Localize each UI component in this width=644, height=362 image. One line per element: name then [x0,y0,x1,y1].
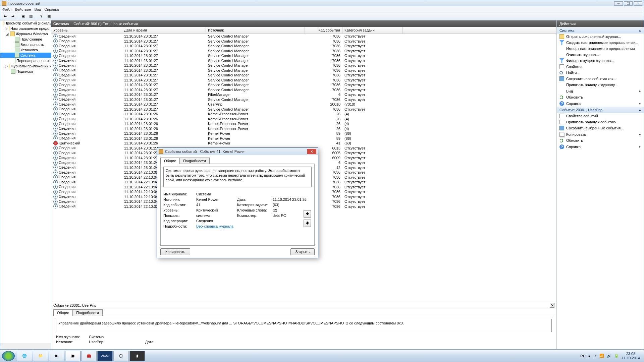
table-row[interactable]: Сведения11.10.2014 23:01:27Service Contr… [51,44,556,49]
grid-header[interactable]: Уровень Дата и время Источник Код событи… [51,27,556,34]
table-row[interactable]: Сведения11.10.2014 23:01:27Service Contr… [51,68,556,73]
back-button[interactable]: ⬅ [2,13,8,20]
taskbar-asus[interactable]: ASUS [97,351,113,361]
table-row[interactable]: Сведения11.10.2014 23:01:27Service Contr… [51,107,556,112]
action-properties[interactable]: Свойства [557,64,644,70]
tray-volume-icon[interactable]: 🔊 [607,354,611,358]
table-row[interactable]: Сведения11.10.2014 23:01:26Kernel-Proces… [51,112,556,117]
dialog-close-action-button[interactable]: Закрыть [290,248,315,255]
dialog-copy-button[interactable]: Копировать [160,248,190,255]
tree-windows-logs[interactable]: Журналы Windows [16,32,48,36]
actions-section-system[interactable]: Система▴ [557,27,644,34]
dialog-close-button[interactable]: ✕ [307,149,316,154]
actions-section-event[interactable]: Событие 20001, UserPnp▴ [557,107,644,113]
taskbar-explorer[interactable]: 📁 [33,351,48,361]
menu-view[interactable]: Вид [34,7,41,11]
dialog-next-button[interactable]: 🡻 [304,220,311,227]
table-row[interactable]: Сведения11.10.2014 23:01:27Service Contr… [51,73,556,78]
dialog-tab-details[interactable]: Подробности [179,158,210,164]
action-clear-log[interactable]: Очистить журнал... [557,52,644,58]
table-row[interactable]: Сведения11.10.2014 23:01:26Kernel-Proces… [51,126,556,131]
table-row[interactable]: Сведения11.10.2014 23:01:27Service Contr… [51,87,556,93]
help-button[interactable]: ? [38,13,45,20]
table-row[interactable]: Сведения11.10.2014 23:01:27Service Contr… [51,97,556,102]
dialog-message: Система перезагрузилась, не завершив пол… [163,167,312,187]
table-row[interactable]: Сведения11.10.2014 23:01:27Service Contr… [51,39,556,44]
show-hide-actions-button[interactable]: ▥ [28,13,34,20]
tray-flag-icon[interactable]: 🏳 [593,354,597,358]
table-row[interactable]: Сведения11.10.2014 23:01:27Service Contr… [51,34,556,39]
tray-clock[interactable]: 23:0811.10.2014 [622,352,640,360]
action-refresh[interactable]: Обновить [557,94,644,100]
dialog-tab-general[interactable]: Общие [160,158,180,164]
taskbar-chrome[interactable]: ◯ [113,351,129,361]
action-save-selected[interactable]: Сохранить выбранные события... [557,125,644,131]
tree-setup[interactable]: Установка [20,48,38,52]
action-save-all[interactable]: Сохранить все события как... [557,76,644,82]
tree-forwarded[interactable]: Перенаправленные соб [16,59,51,63]
table-row[interactable]: Сведения11.10.2014 23:01:26Kernel-Power8… [51,136,556,141]
action-create-custom-view[interactable]: Создать настраиваемое представление... [557,40,644,46]
taskbar[interactable]: 🌐 📁 ▶ ▣ 🧰 ASUS ◯ ▮ RU ▴ 🏳 📶 🔊 🔋 23:0811.… [0,349,644,362]
table-row[interactable]: Сведения11.10.2014 23:01:27Service Contr… [51,78,556,83]
close-button[interactable]: ✕ [634,1,642,6]
taskbar-wmp[interactable]: ▶ [49,351,64,361]
tray-battery-icon[interactable]: 🔋 [614,354,619,358]
dialog-titlebar[interactable]: Свойства событий - Событие 41, Kernel-Po… [157,148,318,155]
action-copy[interactable]: Копировать▸ [557,131,644,137]
properties-button[interactable]: ▦ [46,13,52,20]
start-button[interactable] [2,351,15,361]
menu-file[interactable]: Файл [2,7,11,11]
action-help2[interactable]: ?Справка▸ [557,143,644,150]
tray-language[interactable]: RU [580,354,586,358]
action-import-custom-view[interactable]: Импорт настраиваемого представления [557,46,644,52]
action-view[interactable]: Вид▸ [557,88,644,94]
detail-tab-general[interactable]: Общие [53,309,73,316]
table-row[interactable]: Сведения11.10.2014 23:01:26Kernel-Power8… [51,131,556,136]
detail-close-button[interactable]: ✕ [550,303,554,308]
forward-button[interactable]: ➡ [9,13,16,20]
table-row[interactable]: Сведения11.10.2014 23:01:27Service Contr… [51,53,556,58]
menu-action[interactable]: Действие [15,7,31,11]
show-hide-console-button[interactable]: ▣ [20,13,26,20]
tree-system[interactable]: Система [20,53,35,57]
tree-root[interactable]: Просмотр событий (Локальн [4,21,51,25]
table-row[interactable]: Сведения11.10.2014 23:01:27UserPnp20010(… [51,102,556,107]
table-row[interactable]: Критический11.10.2014 23:01:26Kernel-Pow… [51,141,556,146]
dialog-prev-button[interactable]: 🡹 [304,210,311,218]
dialog-help-link[interactable]: Веб-справка журнала [196,224,233,228]
minimize-button[interactable]: ─ [614,1,623,6]
table-row[interactable]: Сведения11.10.2014 23:01:27Service Contr… [51,49,556,54]
table-row[interactable]: Сведения11.10.2014 23:01:27Service Contr… [51,58,556,63]
action-attach-task-log[interactable]: Привязать задачу к журналу... [557,82,644,88]
tree-scrollbar[interactable] [0,344,51,349]
menu-help[interactable]: Справка [44,7,59,11]
action-refresh2[interactable]: Обновить [557,137,644,143]
tree-security[interactable]: Безопасность [20,43,44,47]
tree-app-logs[interactable]: Журналы приложений и сл [10,64,51,68]
taskbar-app1[interactable]: 🧰 [81,351,97,361]
action-filter-log[interactable]: Фильтр текущего журнала... [557,58,644,64]
detail-tab-details[interactable]: Подробности [72,309,103,316]
tree-subscriptions[interactable]: Подписки [16,69,33,73]
nav-tree[interactable]: Просмотр событий (Локальн ▷Настраиваемые… [0,20,51,349]
action-help[interactable]: ?Справка▸ [557,100,644,107]
maximize-button[interactable]: ❐ [624,1,633,6]
titlebar[interactable]: Просмотр событий ─ ❐ ✕ [0,0,644,6]
table-row[interactable]: Сведения11.10.2014 23:01:27Service Contr… [51,82,556,87]
action-open-saved-log[interactable]: Открыть сохраненный журнал... [557,34,644,40]
tray-expand-icon[interactable]: ▴ [588,354,590,358]
table-row[interactable]: Сведения11.10.2014 23:01:27Service Contr… [51,63,556,68]
table-row[interactable]: Сведения11.10.2014 23:01:27FilterManager… [51,92,556,97]
tree-custom-views[interactable]: Настраиваемые представле [10,26,51,31]
taskbar-eventviewer[interactable]: ▣ [65,351,80,361]
action-find[interactable]: Найти... [557,70,644,76]
tree-application[interactable]: Приложение [20,37,42,41]
action-attach-task-event[interactable]: Привязать задачу к событию... [557,119,644,125]
taskbar-app2[interactable]: ▮ [129,351,145,361]
table-row[interactable]: Сведения11.10.2014 23:01:26Kernel-Proces… [51,121,556,126]
action-event-properties[interactable]: Свойства событий [557,113,644,119]
tray-network-icon[interactable]: 📶 [599,354,604,358]
table-row[interactable]: Сведения11.10.2014 23:01:26Kernel-Proces… [51,117,556,122]
taskbar-ie[interactable]: 🌐 [17,351,32,361]
